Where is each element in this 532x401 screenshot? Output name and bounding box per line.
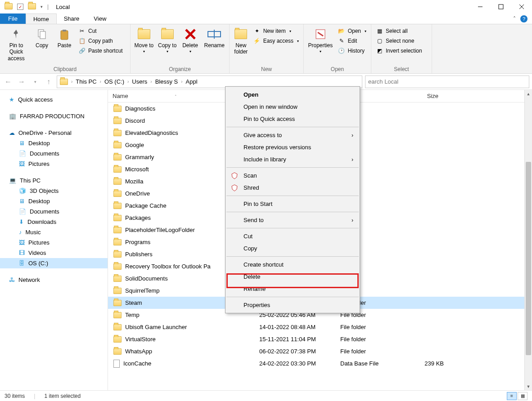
cm-shred[interactable]: Shred — [225, 182, 360, 194]
cm-pin-start[interactable]: Pin to Start — [225, 198, 360, 210]
minimize-ribbon-icon[interactable]: ˄ — [513, 16, 516, 22]
nav-desktop2[interactable]: 🖥Desktop — [0, 196, 108, 206]
rename-button[interactable]: Rename — [202, 26, 226, 49]
chevron-right-icon[interactable]: › — [70, 79, 74, 84]
quick-access-dropdown[interactable]: ▾ — [41, 4, 43, 9]
nav-desktop[interactable]: 🖥Desktop — [0, 138, 108, 148]
properties-button[interactable]: Properties▾ — [307, 26, 334, 54]
cm-open[interactable]: Open — [225, 89, 360, 101]
scroll-down-icon[interactable]: ▼ — [525, 383, 532, 390]
file-date: 06-02-2022 07:38 PM — [259, 348, 340, 355]
pictures-icon: 🖼 — [19, 239, 25, 246]
scrollbar-thumb[interactable] — [526, 162, 531, 355]
cm-properties[interactable]: Properties — [225, 299, 360, 311]
close-button[interactable] — [511, 0, 532, 13]
recent-dropdown[interactable]: ▾ — [30, 76, 41, 87]
copy-to-button[interactable]: Copy to▾ — [157, 26, 178, 54]
breadcrumb-user[interactable]: Blessy S — [155, 78, 178, 85]
folder-icon — [113, 227, 122, 233]
select-none-button[interactable]: ▢Select none — [374, 37, 424, 45]
history-button[interactable]: 🕑History — [336, 47, 368, 55]
vertical-scrollbar[interactable]: ▲ ▼ — [524, 90, 532, 390]
cm-delete[interactable]: Delete — [225, 271, 360, 283]
up-button[interactable]: ↑ — [43, 76, 54, 87]
search-input[interactable]: earch Local — [365, 76, 529, 88]
cut-button[interactable]: ✂Cut — [77, 27, 125, 35]
new-item-button[interactable]: ✦New item▾ — [252, 27, 301, 35]
select-all-icon: ▦ — [376, 27, 383, 35]
file-name: Discord — [125, 117, 145, 124]
maximize-button[interactable] — [491, 0, 511, 13]
file-name: Google — [125, 142, 144, 148]
breadcrumb-appdata[interactable]: Appl — [186, 78, 198, 85]
new-folder-button[interactable]: New folder — [232, 26, 250, 55]
scroll-up-icon[interactable]: ▲ — [525, 90, 532, 98]
breadcrumb-this-pc[interactable]: This PC — [76, 78, 96, 85]
nav-documents[interactable]: 📄Documents — [0, 148, 108, 159]
nav-pictures[interactable]: 🖼Pictures — [0, 159, 108, 169]
invert-selection-button[interactable]: ◩Invert selection — [374, 47, 424, 55]
cm-rename[interactable]: Rename — [225, 283, 360, 295]
cm-create-shortcut[interactable]: Create shortcut — [225, 258, 360, 271]
navigation-pane: ★Quick access 🏢FARRAD PRODUCTION ☁OneDri… — [0, 90, 108, 390]
file-row[interactable]: Ubisoft Game Launcher14-01-2022 08:48 AM… — [108, 321, 532, 333]
select-all-button[interactable]: ▦Select all — [374, 27, 424, 35]
easy-access-button[interactable]: ⚡Easy access▾ — [252, 37, 301, 45]
nav-documents2[interactable]: 📄Documents — [0, 206, 108, 217]
nav-videos[interactable]: 🎞Videos — [0, 248, 108, 258]
copy-button[interactable]: Copy — [32, 26, 52, 49]
breadcrumb-osc[interactable]: OS (C:) — [104, 78, 124, 85]
nav-network[interactable]: 🖧Network — [0, 275, 108, 285]
cm-open-new-window[interactable]: Open in new window — [225, 101, 360, 113]
cm-cut[interactable]: Cut — [225, 230, 360, 242]
svg-rect-7 — [63, 30, 66, 31]
view-tab[interactable]: View — [86, 13, 113, 24]
title-bar: ✓ ▾ | Local — [0, 0, 532, 13]
folder-icon — [113, 276, 122, 282]
chevron-right-icon: › — [352, 217, 353, 223]
nav-3d-objects[interactable]: 🧊3D Objects — [0, 186, 108, 196]
share-tab[interactable]: Share — [57, 13, 87, 24]
folder-icon — [28, 3, 36, 11]
properties-icon — [313, 27, 328, 41]
cm-send-to[interactable]: Send to› — [225, 214, 360, 226]
back-button[interactable]: ← — [3, 76, 14, 87]
breadcrumb-users[interactable]: Users — [132, 78, 147, 85]
quick-access-checkbox[interactable]: ✓ — [17, 4, 23, 10]
delete-button[interactable]: Delete▾ — [180, 26, 201, 54]
help-icon[interactable]: ? — [520, 15, 527, 22]
copy-path-button[interactable]: 📋Copy path — [77, 37, 125, 45]
cm-scan[interactable]: Scan — [225, 169, 360, 182]
nav-downloads[interactable]: ⬇Downloads — [0, 217, 108, 227]
nav-onedrive[interactable]: ☁OneDrive - Personal — [0, 128, 108, 138]
cm-include-library[interactable]: Include in library› — [225, 153, 360, 165]
edit-button[interactable]: ✎Edit — [336, 37, 368, 45]
nav-farrad[interactable]: 🏢FARRAD PRODUCTION — [0, 111, 108, 121]
nav-this-pc[interactable]: 💻This PC — [0, 175, 108, 186]
file-tab[interactable]: File — [0, 13, 26, 24]
file-row[interactable]: WhatsApp06-02-2022 07:38 PMFile folder — [108, 345, 532, 357]
pin-quick-access-button[interactable]: Pin to Quick access — [3, 26, 30, 62]
minimize-button[interactable] — [470, 0, 491, 13]
cm-copy[interactable]: Copy — [225, 242, 360, 254]
open-button[interactable]: 📂Open▾ — [336, 27, 368, 35]
thumbnails-view-button[interactable]: ▦ — [518, 392, 527, 400]
col-size[interactable]: Size — [402, 93, 443, 99]
details-view-button[interactable]: ≡ — [507, 392, 517, 400]
nav-pictures2[interactable]: 🖼Pictures — [0, 237, 108, 248]
nav-osc[interactable]: 🗄OS (C:) — [0, 258, 108, 268]
paste-shortcut-button[interactable]: 🔗Paste shortcut — [77, 47, 125, 55]
cm-pin-quick-access[interactable]: Pin to Quick access — [225, 113, 360, 125]
move-to-button[interactable]: Move to▾ — [133, 26, 155, 54]
nav-quick-access[interactable]: ★Quick access — [0, 94, 108, 105]
cm-give-access[interactable]: Give access to› — [225, 129, 360, 141]
file-row[interactable]: VirtualStore15-11-2021 11:04 PMFile fold… — [108, 333, 532, 345]
cm-restore-versions[interactable]: Restore previous versions — [225, 141, 360, 153]
file-row[interactable]: IconCache24-02-2022 03:30 PMData Base Fi… — [108, 357, 532, 370]
forward-button[interactable]: → — [16, 76, 27, 87]
nav-music[interactable]: ♪Music — [0, 227, 108, 237]
file-name: Mozilla — [125, 178, 143, 185]
folder-icon — [113, 312, 122, 318]
home-tab[interactable]: Home — [26, 13, 57, 24]
paste-button[interactable]: Paste — [54, 26, 75, 49]
